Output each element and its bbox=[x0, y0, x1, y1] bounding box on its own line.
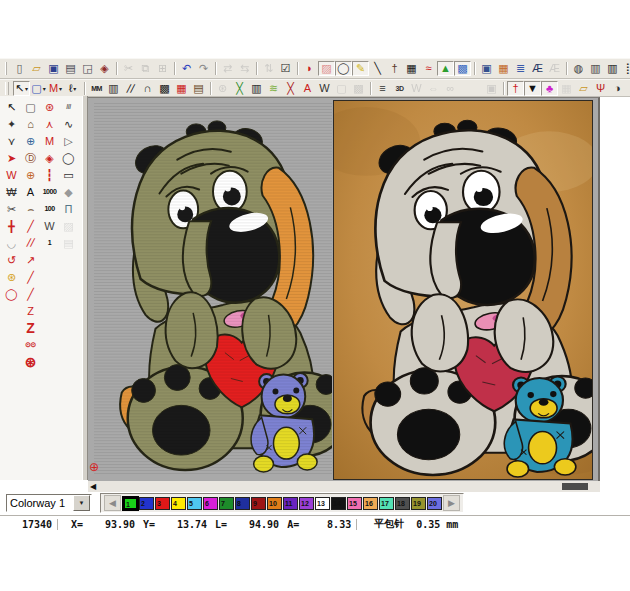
palette-chip-1[interactable]: 1 bbox=[123, 497, 138, 510]
send-to-machine[interactable]: ◈ bbox=[96, 61, 113, 76]
palette-chip-12[interactable]: 12 bbox=[299, 497, 314, 510]
palette-chip-4[interactable]: 4 bbox=[171, 497, 186, 510]
lattice-green[interactable]: ╳ bbox=[231, 81, 248, 96]
fill-tatami[interactable]: ▥ bbox=[105, 81, 122, 96]
list-disabled[interactable]: ▤ bbox=[59, 234, 78, 251]
pattern-gear[interactable]: ⊛ bbox=[21, 353, 40, 370]
circled-d[interactable]: Ⓓ bbox=[21, 149, 40, 166]
contrast-view[interactable]: ◑ bbox=[609, 81, 626, 96]
artwork-image[interactable] bbox=[333, 100, 593, 480]
palette-chip-2[interactable]: 2 bbox=[139, 497, 154, 510]
palette-chip-3[interactable]: 3 bbox=[155, 497, 170, 510]
undo[interactable]: ↶ bbox=[178, 61, 195, 76]
save-design[interactable]: ▣ bbox=[45, 61, 62, 76]
arc-nodes[interactable]: ⌢ bbox=[21, 200, 40, 217]
scroll-left-icon[interactable]: ◀ bbox=[90, 481, 96, 492]
loop-disabled[interactable]: ∞ bbox=[442, 81, 459, 96]
lettering-ae-disabled[interactable]: Æ bbox=[546, 61, 563, 76]
palette-chip-5[interactable]: 5 bbox=[187, 497, 202, 510]
palette-chip-14[interactable]: 14 bbox=[331, 497, 346, 510]
palette-chip-19[interactable]: 19 bbox=[411, 497, 426, 510]
outline-ellipse[interactable]: ◯ bbox=[335, 61, 352, 76]
dotted-circles[interactable]: ⊙⊙ bbox=[21, 336, 40, 353]
frame-picture-disabled[interactable]: ▣ bbox=[483, 81, 500, 96]
pentagon-nodes[interactable]: ⌂ bbox=[21, 115, 40, 132]
mirror-disabled[interactable]: ⇆ bbox=[236, 61, 253, 76]
needle-point[interactable]: † bbox=[386, 61, 403, 76]
pattern-disabled[interactable]: ▩ bbox=[350, 81, 367, 96]
pen-black[interactable]: ╲ bbox=[369, 61, 386, 76]
cross-stitch[interactable]: ╳ bbox=[282, 81, 299, 96]
spacing-1[interactable]: 1 bbox=[40, 234, 59, 251]
flower-yellow[interactable]: ⊛ bbox=[2, 268, 21, 285]
palette-chip-20[interactable]: 20 bbox=[427, 497, 442, 510]
hoop-trees[interactable]: Ψ bbox=[592, 81, 609, 96]
ring-red[interactable]: ◯ bbox=[2, 285, 21, 302]
palette-chip-11[interactable]: 11 bbox=[283, 497, 298, 510]
image-colors[interactable]: ▩ bbox=[454, 61, 471, 76]
select-check[interactable]: ☑ bbox=[277, 61, 294, 76]
palette-chip-9[interactable]: 9 bbox=[251, 497, 266, 510]
print-preview[interactable]: ◲ bbox=[79, 61, 96, 76]
rectangle-tool[interactable]: ▭ bbox=[59, 166, 78, 183]
fill-texture[interactable]: ▤ bbox=[190, 81, 207, 96]
globe-grid[interactable]: ⊕ bbox=[21, 166, 40, 183]
palette-right-icon[interactable]: ▶ bbox=[443, 495, 460, 511]
export-design[interactable]: ▱ bbox=[575, 81, 592, 96]
fill-satin[interactable]: MM bbox=[88, 81, 105, 96]
z-stitch-small[interactable]: Z bbox=[21, 302, 40, 319]
slash-stitch-1[interactable]: ╱ bbox=[21, 217, 40, 234]
copy[interactable]: ⧉ bbox=[137, 61, 154, 76]
print[interactable]: ▤ bbox=[62, 61, 79, 76]
rotate-oval[interactable]: ↺ bbox=[2, 251, 21, 268]
compass-circle[interactable]: ⊕ bbox=[21, 132, 40, 149]
outline-pen-yellow[interactable]: ✎ bbox=[352, 61, 369, 76]
palette-chip-18[interactable]: 18 bbox=[395, 497, 410, 510]
cut[interactable]: ✂ bbox=[120, 61, 137, 76]
palette-chip-6[interactable]: 6 bbox=[203, 497, 218, 510]
fill-grid-red[interactable]: ▦ bbox=[173, 81, 190, 96]
freehand-select[interactable]: ✦ bbox=[2, 115, 21, 132]
stitch-waves-red[interactable]: ≈ bbox=[420, 61, 437, 76]
split-disabled[interactable]: ⇅ bbox=[260, 61, 277, 76]
branch-stitch[interactable]: ⋏ bbox=[40, 115, 59, 132]
colorway-select[interactable]: Colorway 1 ▼ bbox=[6, 494, 92, 512]
w-spacing[interactable]: W bbox=[40, 217, 59, 234]
paste[interactable]: ⊞ bbox=[154, 61, 171, 76]
list-lines[interactable]: ≣ bbox=[512, 61, 529, 76]
fill-dense[interactable]: ▥ bbox=[248, 81, 265, 96]
redo[interactable]: ↷ bbox=[195, 61, 212, 76]
palette-left-icon[interactable]: ◀ bbox=[104, 495, 121, 511]
lettering-ae[interactable]: Æ bbox=[529, 61, 546, 76]
palette-chip-16[interactable]: 16 bbox=[363, 497, 378, 510]
w-strike[interactable]: ₩ bbox=[2, 183, 21, 200]
density-1000[interactable]: 1000 bbox=[40, 183, 59, 200]
palette-chip-10[interactable]: 10 bbox=[267, 497, 282, 510]
slash-stitch-4[interactable]: ╱ bbox=[21, 285, 40, 302]
fill-zigzag[interactable]: ╱╱ bbox=[122, 81, 139, 96]
zigzag-m-red[interactable]: M bbox=[40, 132, 59, 149]
combo-dropdown-icon[interactable]: ▼ bbox=[73, 495, 90, 511]
thread-bars[interactable]: ▥ bbox=[587, 61, 604, 76]
color-grid-disabled[interactable]: ▦ bbox=[558, 81, 575, 96]
photo-view[interactable]: ▣ bbox=[478, 61, 495, 76]
reshape-nodes[interactable]: ▢ bbox=[21, 98, 40, 115]
box-disabled[interactable]: ▢ bbox=[333, 81, 350, 96]
select-arrow[interactable]: ↖ bbox=[2, 98, 21, 115]
density-100[interactable]: 100 bbox=[40, 200, 59, 217]
stack-lines[interactable]: ≡ bbox=[374, 81, 391, 96]
embroidery-preview-image[interactable] bbox=[94, 102, 332, 474]
design-canvas[interactable]: ⊕ bbox=[88, 97, 600, 481]
needle-red[interactable]: † bbox=[507, 81, 524, 96]
scrollbar-thumb[interactable] bbox=[562, 483, 588, 490]
w-red[interactable]: W bbox=[2, 166, 21, 183]
horizontal-scrollbar[interactable]: ◀ bbox=[88, 481, 600, 492]
stitch-cursor[interactable]: ➤ bbox=[2, 149, 21, 166]
stitch-w[interactable]: W bbox=[316, 81, 333, 96]
column-stitch[interactable]: ┇ bbox=[40, 166, 59, 183]
palette-chip-17[interactable]: 17 bbox=[379, 497, 394, 510]
satin-leaf-red[interactable]: ◗ bbox=[301, 61, 318, 76]
open-design[interactable]: ▱ bbox=[28, 61, 45, 76]
fan-stitch[interactable]: ≋ bbox=[265, 81, 282, 96]
step-down[interactable]: ▼ bbox=[524, 81, 541, 96]
